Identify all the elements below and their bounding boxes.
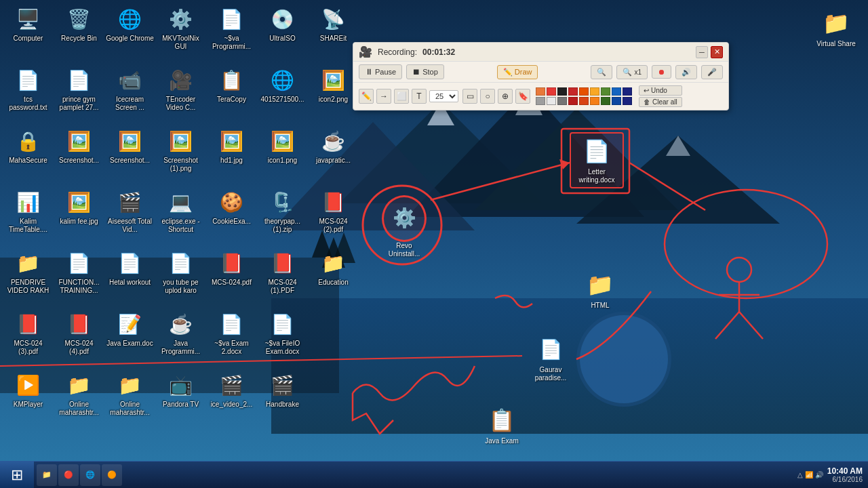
circle-tool[interactable]: ○ bbox=[480, 89, 495, 104]
desktop-icon-handbrake[interactable]: 🎬 Handbrake bbox=[257, 369, 308, 411]
desktop-icon-mcs-024-pdf[interactable]: 📕 MCS-024.pdf bbox=[206, 247, 257, 289]
desktop-icon-screenshot1[interactable]: 🖼️ Screenshot... bbox=[54, 125, 104, 167]
desktop-icon-online-maharashtr[interactable]: 📁 Online maharashtr... bbox=[54, 369, 104, 420]
text-tool[interactable]: T bbox=[412, 89, 427, 104]
desktop-icon-java-exam-doc[interactable]: 📝 Java Exam.doc bbox=[104, 308, 155, 350]
desktop-icon-screenshot2[interactable]: 🖼️ Screenshot... bbox=[104, 125, 155, 167]
desktop-icon-javapratic[interactable]: ☕ javapratic... bbox=[308, 125, 359, 167]
desktop-icon-sva-programming[interactable]: 📄 ~$va Programmi... bbox=[206, 3, 257, 54]
color-crimson[interactable] bbox=[568, 97, 578, 105]
minimize-button[interactable]: ─ bbox=[696, 46, 708, 58]
letter-writing-icon[interactable]: 📄 Letter writing.docx bbox=[570, 132, 624, 188]
audio-btn[interactable]: 🔊 bbox=[675, 65, 697, 79]
color-white[interactable] bbox=[547, 97, 556, 105]
desktop-icon-tcs-password[interactable]: 📄 tcs password.txt bbox=[3, 64, 54, 115]
desktop-icon-recycle-bin[interactable]: 🗑️ Recycle Bin bbox=[54, 3, 104, 45]
stop-button[interactable]: ⏹ Stop bbox=[406, 64, 444, 79]
rect-tool[interactable]: ▭ bbox=[462, 89, 477, 104]
record-icon-btn[interactable]: ⏺ bbox=[652, 65, 671, 79]
taskbar-item-app1[interactable]: 🔴 bbox=[58, 464, 79, 486]
desktop-icon-hetal-workout[interactable]: 📄 Hetal workout bbox=[104, 247, 155, 289]
virtual-share-icon[interactable]: 📁 Virtual Share bbox=[809, 8, 863, 48]
desktop-icon-ultraiso[interactable]: 💿 UltraISO bbox=[257, 3, 308, 45]
color-burnt[interactable] bbox=[579, 97, 589, 105]
java-exam-icon[interactable]: 📋 Java Exam bbox=[475, 405, 529, 445]
desktop-icon-kalim-timetable[interactable]: 📊 Kalim TimeTable.... bbox=[3, 186, 54, 237]
desktop-icon-youtube-pe[interactable]: 📄 you tube pe uplod karo bbox=[155, 247, 206, 298]
desktop-icon-mkv-tool[interactable]: ⚙️ MKVToolNix GUI bbox=[155, 3, 206, 54]
desktop-icon-java-programming[interactable]: ☕ Java Programmi... bbox=[155, 308, 206, 359]
desktop-icon-prince-gym[interactable]: 📄 prince gym pamplet 27... bbox=[54, 64, 104, 115]
color-green[interactable] bbox=[601, 87, 610, 96]
desktop-icon-screenshot3[interactable]: 🖼️ Screenshot (1).png bbox=[155, 125, 206, 176]
pause-button[interactable]: ⏸ Pause bbox=[359, 64, 402, 79]
color-navy[interactable] bbox=[623, 87, 632, 96]
desktop-icon-theorypaper[interactable]: 🗜️ theorypap... (1).zip bbox=[257, 186, 308, 237]
start-button[interactable]: ⊞ bbox=[0, 462, 34, 489]
color-red[interactable] bbox=[547, 87, 556, 96]
desktop-icon-kmplayer[interactable]: ▶️ KMPlayer bbox=[3, 369, 54, 411]
desktop-icon-icon2-png[interactable]: 🖼️ icon2.png bbox=[308, 64, 359, 106]
desktop-icon-icecream-screen[interactable]: 📹 Icecream Screen ... bbox=[104, 64, 155, 115]
desktop-icon-mcs-024-1-pdf[interactable]: 📕 MCS-024 (1).PDF bbox=[257, 247, 308, 298]
desktop-icon-mcs-024-3[interactable]: 📕 MCS-024 (3).pdf bbox=[3, 308, 54, 359]
desktop-icon-4015271500[interactable]: 🌐 4015271500... bbox=[257, 64, 308, 106]
color-darkred[interactable] bbox=[568, 87, 578, 96]
color-blue[interactable] bbox=[612, 87, 621, 96]
close-button[interactable]: ✕ bbox=[711, 46, 723, 58]
color-medgray[interactable] bbox=[557, 97, 567, 105]
color-indigo[interactable] bbox=[623, 97, 632, 105]
desktop-icon-pandora-tv[interactable]: 📺 Pandora TV bbox=[155, 369, 206, 411]
revo-uninstall-icon[interactable]: ⚙️ Revo Uninstall... bbox=[377, 195, 431, 258]
color-darkorange[interactable] bbox=[579, 87, 589, 96]
desktop-icon-shareit[interactable]: 📡 SHAREit bbox=[308, 3, 359, 45]
desktop-icon-kalim-fee[interactable]: 🖼️ kalim fee.jpg bbox=[54, 186, 104, 228]
desktop-icon-education[interactable]: 📁 Education bbox=[308, 247, 359, 289]
desktop-icon-ice-video[interactable]: 🎬 ice_video_2... bbox=[206, 369, 257, 411]
desktop-icon-mcs-024-2-pdf[interactable]: 📕 MCS-024 (2).pdf bbox=[308, 186, 359, 237]
desktop-icon-mcs-024-4[interactable]: 📕 MCS-024 (4).pdf bbox=[54, 308, 104, 359]
html-folder-icon[interactable]: 📁 HTML bbox=[573, 270, 627, 310]
color-olive[interactable] bbox=[601, 97, 610, 105]
color-amber[interactable] bbox=[590, 97, 599, 105]
pencil-tool[interactable]: ✏️ bbox=[359, 89, 374, 104]
desktop-icon-sva-fileio[interactable]: 📄 ~$va FileIO Exam.docx bbox=[257, 308, 308, 359]
arrow-tool[interactable]: → bbox=[376, 89, 391, 104]
color-black[interactable] bbox=[557, 87, 567, 96]
undo-button[interactable]: ↩ Undo bbox=[639, 85, 682, 96]
desktop-icon-function-training[interactable]: 📄 FUNCTION... TRAINING... bbox=[54, 247, 104, 298]
desktop-icon-tencoder[interactable]: 🎥 TEncoder Video C... bbox=[155, 64, 206, 115]
desktop-icon-maha-secure[interactable]: 🔒 MahaSecure bbox=[3, 125, 54, 167]
mic-btn[interactable]: 🎤 bbox=[701, 65, 723, 79]
desktop-icon-computer[interactable]: 🖥️ Computer bbox=[3, 3, 54, 45]
stamp-tool[interactable]: 🔖 bbox=[515, 89, 530, 104]
color-gray[interactable] bbox=[536, 97, 545, 105]
desktop-icon-eclipse-exe[interactable]: 💻 eclipse.exe - Shortcut bbox=[155, 186, 206, 237]
clock-area[interactable]: 10:40 AM 6/16/2016 bbox=[827, 466, 863, 483]
desktop-icon-google-chrome[interactable]: 🌐 Google Chrome bbox=[104, 3, 155, 45]
zoom-in-button[interactable]: 🔍 bbox=[591, 65, 612, 79]
desktop-icon-icon1-png[interactable]: 🖼️ icon1.png bbox=[257, 125, 308, 167]
icon-label-hetal-workout: Hetal workout bbox=[109, 279, 151, 287]
draw-button[interactable]: ✏️ Draw bbox=[497, 65, 538, 79]
taskbar-item-app2[interactable]: 🟠 bbox=[102, 464, 122, 486]
gaurav-paradise-icon[interactable]: 📄 Gaurav paradise... bbox=[524, 334, 578, 382]
icon-img-eclipse-exe: 💻 bbox=[167, 188, 195, 216]
taskbar-item-chrome[interactable]: 🌐 bbox=[80, 464, 100, 486]
color-yellow[interactable] bbox=[590, 87, 599, 96]
color-royalblue[interactable] bbox=[612, 97, 621, 105]
desktop-icon-sva-exam-2[interactable]: 📄 ~$va Exam 2.docx bbox=[206, 308, 257, 359]
desktop-icon-cookie-exam[interactable]: 🍪 CookieExa... bbox=[206, 186, 257, 228]
crosshair-tool[interactable]: ⊕ bbox=[498, 89, 513, 104]
color-orange[interactable] bbox=[536, 87, 545, 96]
taskbar-item-explorer[interactable]: 📁 bbox=[37, 464, 57, 486]
clear-all-button[interactable]: 🗑 Clear all bbox=[639, 97, 682, 107]
desktop-icon-pendrive[interactable]: 📁 PENDRIVE VIDEO RAKH bbox=[3, 247, 54, 298]
zoom-out-button[interactable]: 🔍 x1 bbox=[616, 65, 648, 79]
shape-tool[interactable]: ⬜ bbox=[394, 89, 409, 104]
desktop-icon-hd1-jpg[interactable]: 🖼️ hd1.jpg bbox=[206, 125, 257, 167]
brush-size-select[interactable]: 25 10 15 20 30 bbox=[429, 90, 458, 102]
desktop-icon-teracopy[interactable]: 📋 TeraCopy bbox=[206, 64, 257, 106]
desktop-icon-aiseesoft[interactable]: 🎬 Aiseesoft Total Vid... bbox=[104, 186, 155, 237]
desktop-icon-online-maharashtr2[interactable]: 📁 Online maharashtr... bbox=[104, 369, 155, 420]
